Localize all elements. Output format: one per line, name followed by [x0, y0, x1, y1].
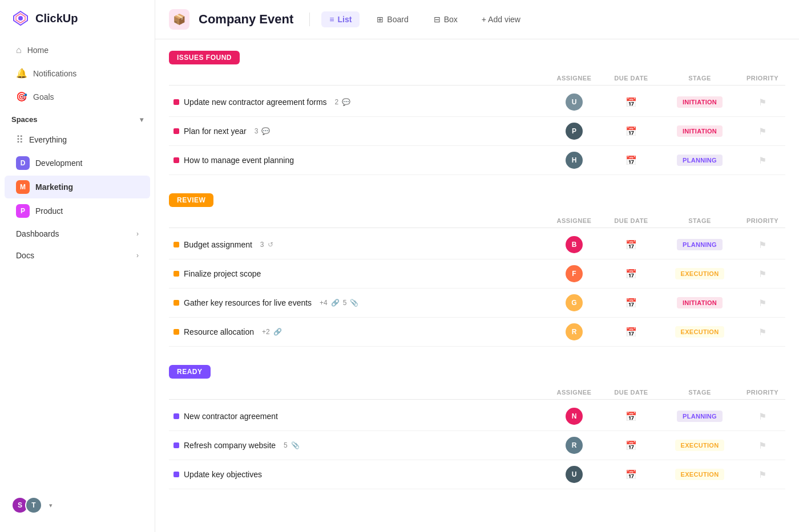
table-row[interactable]: Refresh company website 5 📎 R 📅 EXECUTIO… — [169, 431, 785, 460]
assignee-cell: N — [546, 408, 603, 425]
table-row[interactable]: Update key objectives U 📅 EXECUTION ⚑ — [169, 460, 785, 489]
development-dot: D — [16, 156, 30, 170]
sidebar-item-development[interactable]: D Development — [5, 152, 150, 174]
col-stage-2: STAGE — [660, 389, 740, 396]
task-name-cell: Finalize project scope — [169, 269, 546, 278]
sidebar-item-marketing[interactable]: M Marketing — [5, 176, 150, 198]
stage-cell: PLANNING — [660, 155, 740, 166]
stage-cell: INITIATION — [660, 297, 740, 308]
due-date-cell[interactable]: 📅 — [603, 411, 660, 422]
sidebar-item-goals[interactable]: 🎯 Goals — [5, 86, 150, 108]
main-content: 📦 Company Event ≡ List ⊞ Board ⊟ Box + A… — [155, 0, 799, 532]
group-badge-review: REVIEW — [169, 193, 213, 207]
comment-icon: 💬 — [261, 127, 270, 135]
task-list-content: ISSUES FOUND ASSIGNEE DUE DATE STAGE PRI… — [155, 39, 799, 532]
assignee-cell: U — [546, 94, 603, 111]
sidebar-item-product[interactable]: P Product — [5, 200, 150, 222]
tab-list[interactable]: ≡ List — [321, 11, 360, 27]
table-row[interactable]: How to manage event planning H 📅 PLANNIN… — [169, 146, 785, 175]
avatar: P — [566, 123, 583, 140]
stage-cell: EXECUTION — [660, 268, 740, 279]
task-attachment-count: 5 — [284, 441, 288, 449]
due-date-cell[interactable]: 📅 — [603, 97, 660, 108]
priority-cell: ⚑ — [740, 469, 785, 480]
add-view-button[interactable]: + Add view — [475, 11, 527, 27]
task-name-cell: Plan for next year 3 💬 — [169, 127, 546, 136]
sidebar-item-dashboards[interactable]: Dashboards › — [5, 224, 150, 244]
sidebar-item-docs[interactable]: Docs › — [5, 245, 150, 266]
task-status-dot — [173, 271, 179, 277]
add-view-label: + Add view — [482, 15, 520, 24]
sidebar-item-development-label: Development — [35, 159, 83, 168]
calendar-icon: 📅 — [626, 269, 637, 279]
task-name-cell: Update new contractor agreement forms 2 … — [169, 98, 546, 107]
tab-list-label: List — [337, 15, 352, 24]
sidebar-item-home[interactable]: ⌂ Home — [5, 39, 150, 61]
table-row[interactable]: New contractor agreement N 📅 PLANNING ⚑ — [169, 402, 785, 431]
stage-cell: PLANNING — [660, 411, 740, 422]
task-meta: +2 🔗 — [262, 328, 282, 336]
priority-cell: ⚑ — [740, 269, 785, 279]
table-row[interactable]: Plan for next year 3 💬 P 📅 INITIATION ⚑ — [169, 117, 785, 146]
col-task — [169, 389, 546, 396]
assignee-cell: G — [546, 294, 603, 311]
col-priority-1: PRIORITY — [740, 217, 785, 224]
due-date-cell[interactable]: 📅 — [603, 469, 660, 480]
table-row[interactable]: Budget assignment 3 ↺ B 📅 PLANNING ⚑ — [169, 230, 785, 259]
sidebar-item-notifications[interactable]: 🔔 Notifications — [5, 62, 150, 84]
home-icon: ⌂ — [16, 45, 22, 55]
table-row[interactable]: Gather key resources for live events +4 … — [169, 289, 785, 318]
col-due-date-1: DUE DATE — [603, 217, 660, 224]
sidebar-item-home-label: Home — [27, 46, 49, 55]
task-name-cell: Budget assignment 3 ↺ — [169, 240, 546, 249]
flag-icon: ⚑ — [758, 440, 766, 451]
task-status-dot — [173, 329, 179, 335]
table-row[interactable]: Update new contractor agreement forms 2 … — [169, 88, 785, 117]
sidebar-item-marketing-label: Marketing — [35, 182, 73, 192]
avatar: U — [566, 466, 583, 483]
task-status-dot — [173, 300, 179, 306]
avatar: R — [566, 437, 583, 454]
tab-board-label: Board — [387, 15, 408, 24]
calendar-icon: 📅 — [626, 411, 637, 422]
sidebar-item-everything[interactable]: ⠿ Everything — [5, 129, 150, 151]
tab-board[interactable]: ⊞ Board — [369, 11, 416, 27]
due-date-cell[interactable]: 📅 — [603, 269, 660, 279]
marketing-dot: M — [16, 180, 30, 194]
task-extra-count: +2 — [262, 328, 270, 336]
user-profile-area[interactable]: S T ▾ — [0, 488, 155, 523]
dashboards-label: Dashboards — [16, 229, 59, 238]
priority-cell: ⚑ — [740, 440, 785, 451]
task-status-dot — [173, 442, 179, 448]
task-name: Resource allocation — [184, 327, 254, 336]
calendar-icon: 📅 — [626, 155, 637, 166]
col-due-date-0: DUE DATE — [603, 75, 660, 82]
page-header: 📦 Company Event ≡ List ⊞ Board ⊟ Box + A… — [155, 0, 799, 39]
table-row[interactable]: Finalize project scope F 📅 EXECUTION ⚑ — [169, 259, 785, 289]
task-attachment-count: 5 — [343, 299, 347, 307]
spaces-section-header[interactable]: Spaces ▾ — [0, 108, 155, 128]
group-header-issues-found: ISSUES FOUND — [169, 51, 785, 64]
link-icon: 🔗 — [331, 299, 340, 307]
docs-label: Docs — [16, 251, 34, 260]
priority-cell: ⚑ — [740, 411, 785, 422]
due-date-cell[interactable]: 📅 — [603, 126, 660, 137]
stage-badge: EXECUTION — [675, 469, 725, 480]
flag-icon: ⚑ — [758, 155, 766, 166]
avatar: B — [566, 236, 583, 253]
due-date-cell[interactable]: 📅 — [603, 440, 660, 451]
task-count: 3 — [255, 127, 259, 135]
calendar-icon: 📅 — [626, 97, 637, 108]
due-date-cell[interactable]: 📅 — [603, 155, 660, 166]
project-icon: 📦 — [169, 9, 189, 30]
due-date-cell[interactable]: 📅 — [603, 239, 660, 250]
due-date-cell[interactable]: 📅 — [603, 327, 660, 338]
due-date-cell[interactable]: 📅 — [603, 298, 660, 308]
stage-badge: PLANNING — [677, 411, 723, 422]
spaces-label: Spaces — [11, 115, 38, 124]
assignee-cell: F — [546, 265, 603, 282]
table-row[interactable]: Resource allocation +2 🔗 R 📅 EXECUTION ⚑ — [169, 318, 785, 347]
page-title: Company Event — [199, 12, 293, 27]
flag-icon: ⚑ — [758, 298, 766, 308]
tab-box[interactable]: ⊟ Box — [426, 11, 466, 27]
